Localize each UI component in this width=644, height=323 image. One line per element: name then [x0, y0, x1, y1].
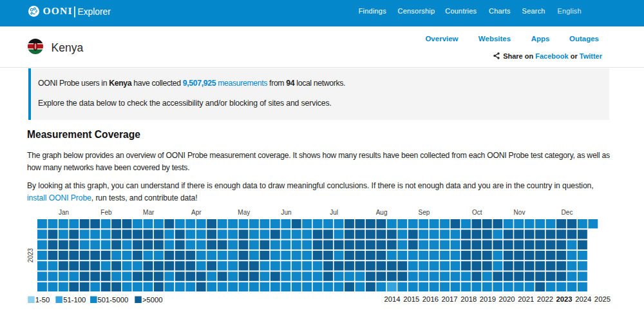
- svg-text:Feb: Feb: [100, 209, 112, 216]
- svg-text:Jul: Jul: [330, 209, 338, 216]
- svg-text:Jun: Jun: [281, 209, 292, 216]
- svg-text:501-5000: 501-5000: [98, 296, 129, 304]
- svg-text:Apr: Apr: [191, 209, 202, 216]
- svg-text:1-50: 1-50: [35, 296, 50, 304]
- svg-text:2014 2015 2016 2017 2018 2019: 2014 2015 2016 2017 2018 2019 2020 2021 …: [384, 295, 611, 303]
- svg-text:>5000: >5000: [142, 296, 163, 304]
- svg-text:May: May: [238, 209, 250, 216]
- svg-text:Mar: Mar: [143, 209, 155, 216]
- svg-text:51-100: 51-100: [63, 296, 86, 304]
- svg-text:Oct: Oct: [472, 209, 482, 216]
- svg-text:Dec: Dec: [562, 209, 573, 216]
- svg-text:2023: 2023: [27, 248, 34, 262]
- svg-text:Jan: Jan: [59, 209, 69, 216]
- svg-text:Nov: Nov: [514, 209, 526, 216]
- svg-text:Sep: Sep: [419, 209, 430, 216]
- svg-text:Aug: Aug: [376, 209, 388, 216]
